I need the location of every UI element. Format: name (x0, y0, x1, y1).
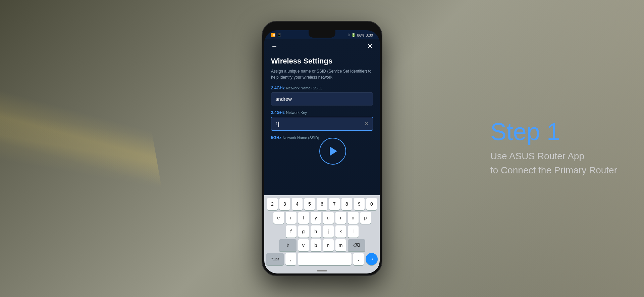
period-key[interactable]: . (353, 253, 364, 265)
key-8[interactable]: 8 (341, 198, 352, 210)
keyboard-row-4: ⇧ v b n m ⌫ (266, 239, 378, 251)
keyboard-row-5: ?123 , . → (266, 253, 378, 265)
page-title: Wireless Settings (271, 57, 373, 66)
bottom-bar (264, 268, 380, 273)
keyboard: 2 3 4 5 6 7 8 9 0 e r t (264, 195, 380, 268)
comma-key[interactable]: , (285, 253, 296, 265)
key-n[interactable]: n (323, 239, 334, 251)
ssid-24-label: 2.4GHz Network Name (SSID) (271, 86, 373, 90)
shift-key[interactable]: ⇧ (279, 239, 297, 251)
nav-bar: ← ✕ (264, 39, 380, 53)
key-6[interactable]: 6 (317, 198, 327, 210)
key-2[interactable]: 2 (267, 198, 278, 210)
key-3[interactable]: 3 (279, 198, 290, 210)
key-v[interactable]: v (298, 239, 309, 251)
key-t[interactable]: t (298, 212, 309, 224)
field-label-ssid-5: Network Name (SSID) (283, 136, 319, 140)
key-r[interactable]: r (286, 212, 297, 224)
keyboard-row-3: f g h j k l (266, 225, 378, 238)
key-y[interactable]: y (311, 212, 321, 224)
key-i[interactable]: i (335, 212, 346, 224)
numbers-key[interactable]: ?123 (266, 253, 284, 265)
freq-24-ssid: 2.4GHz (271, 86, 285, 90)
field-label-key-24: Network Key (286, 111, 307, 115)
key-e[interactable]: e (273, 212, 284, 224)
close-button[interactable]: ✕ (367, 42, 373, 50)
freq-24-key: 2.4GHz (271, 110, 285, 115)
key-g[interactable]: g (298, 225, 309, 238)
step-description-line1: Use ASUS Router App (490, 151, 584, 161)
keyboard-row-2: e r t y u i o p (266, 212, 378, 224)
key-u[interactable]: u (323, 212, 334, 224)
key-k[interactable]: k (335, 225, 346, 238)
space-key[interactable] (298, 253, 352, 265)
moon-icon: ☽ (346, 33, 350, 37)
phone-wrapper: 📶 📱 ☽ 🔋 86% 3:30 ← ✕ (262, 21, 382, 276)
play-icon (330, 146, 337, 156)
step-description: Use ASUS Router App to Connect the Prima… (490, 149, 617, 177)
key-m[interactable]: m (335, 239, 346, 251)
step-description-line2: to Connect the Primary Router (490, 165, 617, 175)
key-p[interactable]: p (360, 212, 371, 224)
key-l[interactable]: l (348, 225, 359, 238)
key-7[interactable]: 7 (329, 198, 340, 210)
ssid-24-input[interactable]: andrew (271, 92, 373, 105)
page-description: Assign a unique name or SSID (Service Se… (271, 68, 373, 80)
back-button[interactable]: ← (271, 42, 278, 50)
key-24-input[interactable]: 1 ✕ (271, 117, 373, 131)
key-0[interactable]: 0 (366, 198, 377, 210)
key-o[interactable]: o (348, 212, 359, 224)
key-5[interactable]: 5 (304, 198, 315, 210)
time-display: 3:30 (366, 33, 373, 37)
key-f[interactable]: f (286, 225, 297, 238)
ssid-24-value: andrew (275, 96, 292, 102)
step-overlay: Step 1 Use ASUS Router App to Connect th… (490, 120, 617, 177)
phone-notch (309, 30, 335, 38)
clear-button[interactable]: ✕ (364, 121, 369, 127)
status-left: 📶 📱 (271, 33, 282, 37)
backspace-key[interactable]: ⌫ (348, 239, 365, 251)
cast-icon: 📱 (277, 33, 282, 37)
settings-content: Wireless Settings Assign a unique name o… (264, 53, 380, 195)
keyboard-row-numbers: 2 3 4 5 6 7 8 9 0 (266, 198, 378, 210)
phone-device: 📶 📱 ☽ 🔋 86% 3:30 ← ✕ (262, 21, 382, 276)
key-24-label: 2.4GHz Network Key (271, 110, 373, 115)
home-indicator (317, 270, 327, 271)
step-label: Step 1 (490, 120, 617, 144)
status-right: ☽ 🔋 86% 3:30 (346, 33, 373, 37)
ssid-5-label: 5GHz Network Name (SSID) (271, 135, 373, 140)
wifi-icon: 📶 (271, 33, 276, 37)
action-key[interactable]: → (366, 253, 378, 265)
play-button[interactable] (319, 138, 346, 165)
key-24-value: 1 (275, 121, 279, 127)
freq-5-ssid: 5GHz (271, 135, 281, 140)
battery-percent: 86% (357, 33, 365, 37)
key-9[interactable]: 9 (354, 198, 365, 210)
key-4[interactable]: 4 (292, 198, 303, 210)
field-label-ssid-24: Network Name (SSID) (286, 86, 323, 90)
key-j[interactable]: j (323, 225, 334, 238)
key-b[interactable]: b (311, 239, 321, 251)
key-h[interactable]: h (311, 225, 321, 238)
battery-icon: 🔋 (351, 33, 356, 37)
